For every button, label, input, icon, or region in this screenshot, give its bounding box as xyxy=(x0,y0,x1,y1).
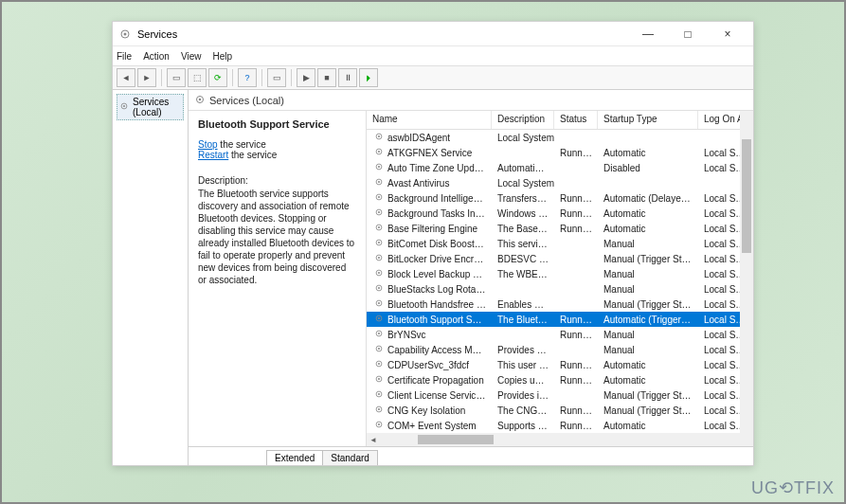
service-row[interactable]: Bluetooth Handsfree ServiceEnables wire.… xyxy=(367,297,753,312)
service-row[interactable]: Certificate PropagationCopies user ...Ru… xyxy=(367,372,753,387)
gear-icon xyxy=(372,177,386,187)
refresh-button[interactable]: ⟳ xyxy=(208,68,227,87)
view-tabs: Extended Standard xyxy=(189,446,753,465)
selected-service-name: Bluetooth Support Service xyxy=(198,118,356,130)
stop-service-link[interactable]: Stop xyxy=(198,139,218,150)
service-startup-cell: Manual (Trigger Start) xyxy=(598,299,698,310)
service-desc-cell: This service ... xyxy=(492,239,554,249)
service-startup-cell: Automatic xyxy=(598,360,698,370)
tab-standard[interactable]: Standard xyxy=(322,450,378,465)
gear-icon xyxy=(372,329,386,338)
export-button[interactable]: ⬚ xyxy=(188,68,207,87)
svg-point-41 xyxy=(378,378,380,380)
service-name-cell: Background Tasks Infrastruc... xyxy=(387,208,492,219)
service-row[interactable]: Background Tasks Infrastruc...Windows in… xyxy=(367,206,753,221)
service-row[interactable]: Client License Service (ClipSV...Provide… xyxy=(367,387,753,403)
service-row[interactable]: Base Filtering EngineThe Base Filt...Run… xyxy=(367,221,753,236)
service-name-cell: aswbIDSAgent xyxy=(387,133,450,143)
menu-help[interactable]: Help xyxy=(212,51,232,62)
service-desc-cell: Automaticall... xyxy=(492,163,554,173)
menu-view[interactable]: View xyxy=(181,51,202,62)
back-button[interactable]: ◄ xyxy=(117,68,135,87)
service-row[interactable]: Capability Access Manager S...Provides f… xyxy=(367,342,753,357)
help-button[interactable]: ? xyxy=(238,68,257,87)
service-row[interactable]: Block Level Backup Engine S...The WBENGI… xyxy=(367,266,753,281)
svg-point-3 xyxy=(124,32,127,35)
service-status-cell: Running xyxy=(554,405,598,416)
service-status-cell: Running xyxy=(554,421,598,431)
service-name-cell: Certificate Propagation xyxy=(387,375,484,386)
scroll-thumb[interactable] xyxy=(418,435,494,444)
tab-extended[interactable]: Extended xyxy=(266,450,323,465)
service-startup-cell: Manual xyxy=(598,345,698,355)
watermark: UG⟲TFIX xyxy=(751,477,835,498)
col-header-status[interactable]: Status xyxy=(554,111,598,129)
service-row[interactable]: ATKGFNEX ServiceRunningAutomaticLocal Sy… xyxy=(367,145,753,160)
vertical-scrollbar[interactable] xyxy=(740,111,753,446)
start-service-button[interactable]: ▶ xyxy=(297,68,315,87)
service-name-cell: Capability Access Manager S... xyxy=(387,345,492,355)
service-row[interactable]: BitLocker Drive Encryption S...BDESVC ho… xyxy=(367,251,753,266)
col-header-startup[interactable]: Startup Type xyxy=(598,111,698,129)
restart-service-link[interactable]: Restart xyxy=(198,150,228,160)
menubar: File Action View Help xyxy=(113,46,753,65)
service-startup-cell: Automatic xyxy=(598,208,698,219)
svg-point-11 xyxy=(378,151,380,153)
show-hide-button[interactable]: ▭ xyxy=(167,68,186,87)
service-status-cell: Running xyxy=(554,193,598,204)
gear-icon xyxy=(194,94,206,107)
gear-icon xyxy=(372,147,386,156)
col-header-name[interactable]: Name xyxy=(367,111,492,129)
tree-node-services-local[interactable]: Services (Local) xyxy=(117,94,184,120)
properties-button[interactable]: ▭ xyxy=(267,68,286,87)
service-status-cell: Running xyxy=(554,375,598,386)
gear-icon xyxy=(372,405,386,414)
service-row[interactable]: Auto Time Zone UpdaterAutomaticall...Dis… xyxy=(367,160,753,175)
svg-point-13 xyxy=(378,166,380,168)
service-name-cell: Auto Time Zone Updater xyxy=(387,163,491,173)
col-header-description[interactable]: Description xyxy=(492,111,554,129)
service-desc-cell: Provides infr... xyxy=(492,390,554,401)
service-row[interactable]: CNG Key IsolationThe CNG ke...RunningMan… xyxy=(367,403,753,418)
svg-point-21 xyxy=(378,226,380,228)
svg-point-35 xyxy=(378,333,380,334)
gear-icon xyxy=(372,162,386,171)
service-row[interactable]: Avast AntivirusLocal System xyxy=(367,175,753,190)
scroll-thumb-v[interactable] xyxy=(742,139,751,253)
restart-suffix: the service xyxy=(228,150,277,160)
service-startup-cell: Automatic xyxy=(598,375,698,386)
service-status-cell: Running xyxy=(554,315,598,325)
service-row[interactable]: aswbIDSAgentLocal System xyxy=(367,130,753,145)
maximize-button[interactable]: □ xyxy=(668,23,708,45)
service-desc-cell: Local System xyxy=(492,178,554,189)
svg-point-29 xyxy=(378,287,380,289)
scroll-left-arrow[interactable]: ◄ xyxy=(367,433,380,446)
service-name-cell: CNG Key Isolation xyxy=(387,405,465,416)
service-desc-cell: Transfers file... xyxy=(492,193,554,204)
forward-button[interactable]: ► xyxy=(137,68,156,87)
gear-icon xyxy=(372,389,386,399)
service-row[interactable]: BlueStacks Log Rotator Servi...ManualLoc… xyxy=(367,281,753,297)
service-name-cell: Avast Antivirus xyxy=(387,178,449,189)
service-action-links: Stop the service Restart the service xyxy=(198,139,356,160)
menu-file[interactable]: File xyxy=(117,51,132,62)
stop-service-button[interactable]: ■ xyxy=(317,68,336,87)
restart-service-button[interactable]: ⏵ xyxy=(359,68,378,87)
service-startup-cell: Manual xyxy=(598,239,698,249)
service-row[interactable]: BrYNSvcRunningManualLocal System xyxy=(367,327,753,342)
close-button[interactable]: × xyxy=(708,23,747,45)
gear-icon xyxy=(372,268,386,278)
service-row[interactable]: Bluetooth Support ServiceThe Bluetoo...R… xyxy=(367,312,753,327)
service-name-cell: BitComet Disk Boost Service xyxy=(387,239,492,249)
minimize-button[interactable]: — xyxy=(628,23,668,45)
services-window: Services — □ × File Action View Help ◄ ►… xyxy=(112,21,754,466)
service-row[interactable]: Background Intelligent Tran...Transfers … xyxy=(367,190,753,206)
horizontal-scrollbar[interactable]: ◄ ► xyxy=(367,433,753,446)
service-row[interactable]: CDPUserSvc_3fdcfThis user ser...RunningA… xyxy=(367,357,753,372)
menu-action[interactable]: Action xyxy=(143,51,170,62)
pause-service-button[interactable]: ⏸ xyxy=(338,68,357,87)
service-row[interactable]: BitComet Disk Boost ServiceThis service … xyxy=(367,236,753,251)
titlebar[interactable]: Services — □ × xyxy=(113,22,753,46)
gear-icon xyxy=(372,344,386,353)
service-row[interactable]: COM+ Event SystemSupports Sy...RunningAu… xyxy=(367,418,753,433)
